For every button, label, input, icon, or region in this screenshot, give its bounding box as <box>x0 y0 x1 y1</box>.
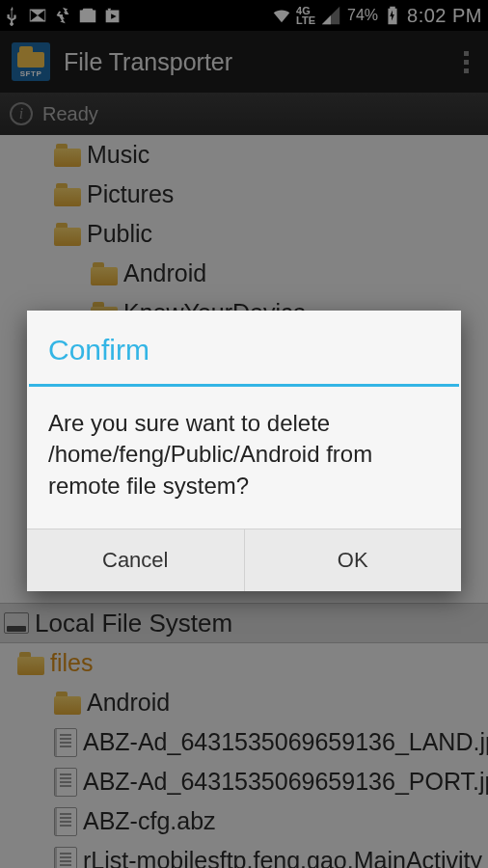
ok-button[interactable]: OK <box>244 529 462 591</box>
dialog-title: Confirm <box>27 311 461 384</box>
dialog-message: Are you sure want to delete /home/feng/P… <box>27 387 461 529</box>
confirm-dialog: Confirm Are you sure want to delete /hom… <box>27 311 461 591</box>
dialog-buttons: Cancel OK <box>27 529 461 591</box>
cancel-button[interactable]: Cancel <box>27 529 244 591</box>
